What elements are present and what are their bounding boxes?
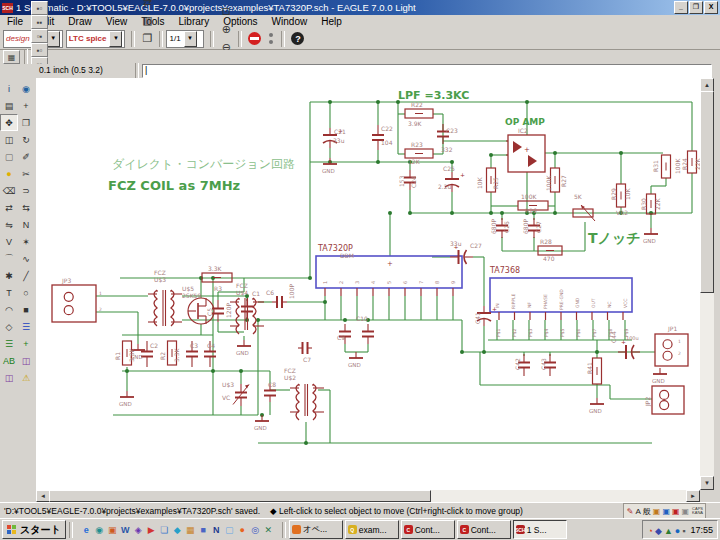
resv-part[interactable] (593, 358, 602, 384)
quick-launch-icon-9[interactable]: ▦ (184, 523, 197, 537)
ime-mode-a[interactable]: A (636, 507, 641, 516)
caph-part[interactable] (298, 342, 312, 354)
layer-toggle-3[interactable]: ▫▪ (31, 29, 48, 43)
schematic-label[interactable]: GND (575, 297, 580, 308)
ime-pen-icon[interactable]: ✎ (627, 507, 634, 516)
resh-part[interactable] (405, 109, 433, 118)
change-tool[interactable]: ✐ (17, 148, 35, 165)
schematic-label[interactable]: PRE-GND (559, 289, 564, 310)
menu-file[interactable]: File (0, 16, 30, 27)
menu-help[interactable]: Help (314, 16, 349, 27)
schematic-label[interactable]: C27 (470, 242, 482, 249)
schematic-label[interactable]: C9 (337, 334, 345, 341)
net-tool[interactable]: ☰ (0, 335, 18, 352)
junction-dot[interactable] (239, 369, 243, 373)
schematic-label[interactable]: C10 (356, 315, 368, 322)
quick-launch-icon-8[interactable]: ◆ (171, 523, 184, 537)
schematic-label[interactable]: 7 (418, 281, 424, 284)
schematic-label[interactable]: C44 (610, 331, 617, 343)
gnd-part[interactable]: GND (652, 368, 667, 384)
layer-toggle-1[interactable]: ▪▫ (31, 1, 48, 15)
ime-tool-icon-2[interactable]: ▣ (662, 507, 670, 516)
erc2-tool[interactable]: ◫ (0, 369, 18, 386)
schematic-label[interactable]: IN (495, 303, 500, 308)
junction-dot[interactable] (525, 100, 529, 104)
wire-tool[interactable]: ╱ (17, 267, 35, 284)
junction-dot[interactable] (595, 350, 599, 354)
menu-draw[interactable]: Draw (61, 16, 98, 27)
schematic-label[interactable]: 10K (476, 176, 483, 189)
junction-dot[interactable] (328, 100, 332, 104)
layer-toggle-2[interactable]: ▪▪ (31, 15, 48, 29)
schematic-label[interactable]: R25 (492, 177, 499, 189)
gnd-part[interactable]: GND (348, 352, 363, 368)
schematic-label[interactable]: P$5 (560, 328, 565, 337)
menu-view[interactable]: View (99, 16, 135, 27)
opamp-part[interactable]: + (506, 135, 545, 172)
vertical-scrollbar[interactable]: ▲ ▼ (700, 78, 714, 490)
mark-tool[interactable]: + (17, 97, 35, 114)
schematic-label[interactable]: R1 (114, 352, 121, 360)
schematic-label[interactable]: + (387, 260, 393, 268)
sheet-selector[interactable]: 1/1 ▼ (166, 30, 204, 48)
schematic-label[interactable]: R24 (681, 158, 688, 170)
junction-dot[interactable] (482, 350, 486, 354)
show-tool[interactable]: ◉ (17, 80, 35, 97)
schematic-label[interactable]: 104 (381, 139, 393, 146)
quick-launch-icon-15[interactable]: ✕ (262, 523, 275, 537)
traffic-light-icon[interactable] (268, 32, 274, 46)
task-button-4[interactable]: CCont... (457, 520, 511, 539)
schematic-label[interactable]: 100K (521, 193, 537, 200)
gnd-part[interactable]: GND (119, 391, 134, 407)
schematic-label[interactable]: C22 (381, 125, 393, 132)
schematic-label[interactable]: 470 (543, 255, 555, 262)
pinswap-tool[interactable]: ⇄ (0, 199, 18, 216)
schematic-label[interactable]: 3.3K (208, 265, 223, 272)
schematic-label[interactable]: R26 (525, 207, 537, 214)
task-button-5[interactable]: SCH1 S... (513, 520, 567, 539)
stop-button[interactable] (248, 32, 261, 45)
group-tool[interactable]: ▢ (0, 148, 18, 165)
junction-dot[interactable] (489, 211, 493, 215)
gnd-part[interactable]: GND (589, 398, 604, 414)
junction-dot[interactable] (553, 151, 557, 155)
pcaph-part[interactable]: + (618, 338, 640, 359)
junction-dot[interactable] (450, 160, 454, 164)
schematic-label[interactable]: R41 (586, 362, 593, 374)
schematic-label[interactable]: R29 (610, 188, 617, 200)
junction-dot[interactable] (308, 276, 312, 280)
resh-part[interactable] (405, 149, 433, 158)
schematic-label[interactable]: C25 (443, 165, 455, 172)
split-tool[interactable]: ∿ (17, 250, 35, 267)
schematic-label[interactable]: 3.3K (128, 347, 135, 362)
schematic-label[interactable]: 100K (674, 158, 681, 174)
name-tool[interactable]: N (17, 216, 35, 233)
gnd-part[interactable]: GND (643, 228, 658, 244)
schematic-label[interactable]: 1 (99, 291, 102, 296)
rect-tool[interactable]: ■ (17, 301, 35, 318)
task-button-2[interactable]: Qexam... (345, 520, 399, 539)
schematic-label[interactable]: TA7368 (489, 266, 520, 275)
schematic-label[interactable]: FCZ COIL as 7MHz (108, 178, 240, 193)
polygon-tool[interactable]: ◇ (0, 318, 18, 335)
quick-launch-icon-7[interactable]: ❏ (158, 523, 171, 537)
ime-tool-icon-3[interactable]: ▣ (672, 507, 680, 516)
junction-tool[interactable]: + (17, 335, 35, 352)
schematic-label[interactable]: 33u (333, 137, 345, 144)
invoke-tool[interactable]: ✱ (0, 267, 18, 284)
schematic-label[interactable]: ダイレクト・コンバージョン回路 (112, 157, 295, 171)
errors-tool[interactable]: ⚠ (17, 369, 35, 386)
zoom-select-button[interactable]: ⊡ (217, 3, 235, 21)
schematic-label[interactable]: 1 (322, 281, 328, 284)
command-input[interactable]: | (142, 64, 712, 78)
quick-launch-icon-6[interactable]: ▶ (145, 523, 158, 537)
restore-button[interactable]: ❐ (689, 1, 703, 14)
gateswap-tool[interactable]: ⇋ (0, 216, 18, 233)
schematic-label[interactable]: 3.3K (173, 347, 180, 362)
junction-dot[interactable] (125, 369, 129, 373)
schematic-label[interactable]: RIPPLE (511, 294, 516, 309)
horizontal-scrollbar[interactable]: ◄ ► (0, 490, 720, 502)
schematic-label[interactable]: JP1 (667, 325, 677, 333)
junction-dot[interactable] (323, 300, 327, 304)
schematic-label[interactable]: FCZ (236, 282, 248, 289)
